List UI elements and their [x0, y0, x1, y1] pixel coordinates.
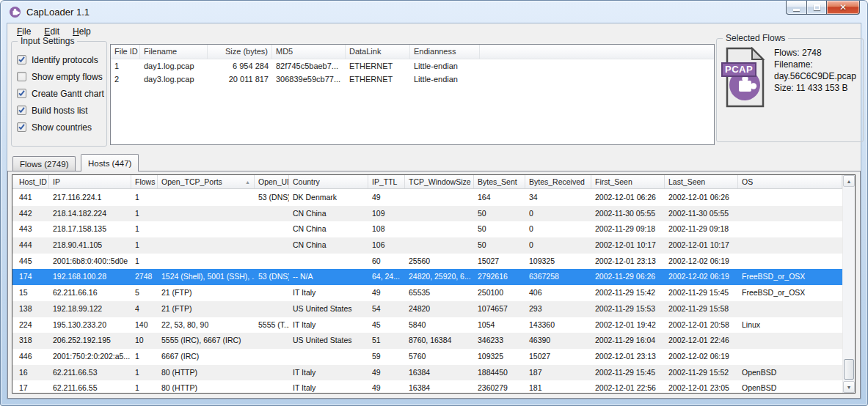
host-cell-os	[738, 221, 842, 237]
hosts-table: Host_IDIPFlowsOpen_TCP_Ports▲Open_UDCoun…	[12, 174, 856, 394]
window-titlebar[interactable]: CapLoader 1.1 ✕	[1, 1, 867, 23]
host-cell-open_tcp_ports: 6667 (IRC)	[158, 349, 255, 365]
host-row-16[interactable]: 1662.211.66.53180 (HTTP)IT Italy49163841…	[12, 365, 842, 381]
file-row[interactable]: 2day3.log.pcap20 011 817306839e59cb77...…	[111, 73, 714, 86]
hosts-column-host-id[interactable]: Host_ID	[12, 175, 49, 188]
host-cell-flows: 1	[131, 254, 158, 270]
hosts-table-header: Host_IDIPFlowsOpen_TCP_Ports▲Open_UDCoun…	[12, 175, 842, 189]
tab-flows[interactable]: Flows (2749)	[12, 156, 76, 171]
hosts-column-ip-ttl[interactable]: IP_TTL	[368, 175, 405, 188]
checkbox-show-countries[interactable]	[17, 122, 26, 132]
host-cell-host_id: 138	[12, 301, 49, 317]
vertical-scrollbar[interactable]: ▲ ▼	[842, 175, 855, 393]
host-row-17[interactable]: 1762.211.66.55180 (HTTP)IT Italy49163842…	[12, 380, 842, 393]
hosts-column-first-seen[interactable]: First_Seen	[591, 175, 665, 188]
host-cell-first_seen: 2002-12-01 22:56	[591, 380, 665, 393]
host-row-445[interactable]: 4452001:6b8:0:400::5d0e16025560150271093…	[12, 254, 842, 270]
checkbox-show-empty-flows[interactable]	[17, 72, 26, 81]
file-cell: Little-endian	[410, 59, 480, 73]
scrollbar-down-button[interactable]: ▼	[843, 381, 855, 393]
host-cell-country: IT Italy	[289, 365, 368, 381]
scrollbar-thumb[interactable]	[844, 359, 854, 380]
tab-hosts[interactable]: Hosts (447)	[81, 154, 139, 171]
host-cell-first_seen: 2002-12-01 19:42	[591, 317, 665, 333]
host-cell-bytes_received: 15027	[525, 349, 591, 365]
file-column-filename[interactable]: Filename	[140, 45, 208, 59]
column-label: OS	[742, 177, 753, 186]
hosts-column-last-seen[interactable]: Last_Seen	[665, 175, 738, 188]
host-row-174[interactable]: 174192.168.100.2827481524 (Shell), 5001 …	[12, 269, 842, 285]
host-cell-flows: 1	[131, 349, 158, 365]
hosts-column-ip[interactable]: IP	[49, 175, 131, 188]
file-row[interactable]: 1day1.log.pcap6 954 28482f745c5baeb7...E…	[111, 59, 714, 73]
host-row-224[interactable]: 224195.130.233.2014022, 53, 80, 905555 (…	[12, 317, 842, 333]
hosts-column-tcp-windowsize[interactable]: TCP_WindowSize	[405, 175, 474, 188]
host-cell-tcp_windowsize	[405, 190, 474, 206]
file-column-datalink[interactable]: DataLink	[346, 45, 410, 59]
host-row-443[interactable]: 443218.17.158.1351CN China1085002002-11-…	[12, 221, 842, 237]
file-column-md5[interactable]: MD5	[272, 45, 346, 59]
host-cell-open_tcp_ports	[158, 237, 255, 254]
host-cell-bytes_received: 0	[525, 221, 591, 237]
host-cell-country: IT Italy	[289, 285, 368, 301]
host-cell-tcp_windowsize: 25560	[405, 254, 474, 270]
host-row-15[interactable]: 1562.211.66.16521 (FTP)IT Italy496553525…	[12, 285, 842, 301]
host-cell-open_udp_ports	[255, 254, 289, 270]
hosts-column-bytes-sent[interactable]: Bytes_Sent	[474, 175, 525, 188]
host-row-442[interactable]: 442218.14.182.2241CN China1095002002-11-…	[12, 206, 842, 222]
file-cell: 2	[111, 73, 140, 86]
host-cell-os	[738, 190, 842, 206]
file-list-header: File IDFilenameSize (bytes)MD5DataLinkEn…	[111, 45, 714, 59]
host-cell-open_udp_ports	[255, 333, 289, 349]
option-build-hosts-list[interactable]: Build hosts list	[17, 102, 106, 119]
maximize-icon	[814, 4, 820, 10]
minimize-button[interactable]	[786, 1, 807, 15]
host-cell-ip_ttl: 49	[368, 380, 405, 393]
host-cell-open_tcp_ports	[158, 190, 255, 206]
checkbox-build-hosts-list[interactable]	[17, 106, 26, 115]
option-show-countries[interactable]: Show countries	[17, 119, 106, 136]
minimize-icon	[793, 9, 800, 11]
host-cell-bytes_sent: 2360279	[474, 380, 525, 393]
option-create-gantt-chart[interactable]: Create Gantt chart	[17, 85, 106, 102]
scrollbar-up-button[interactable]: ▲	[843, 175, 855, 187]
host-row-318[interactable]: 318206.252.192.195105555 (IRC), 6667 (IR…	[12, 333, 842, 349]
hosts-column-open-tcp-ports[interactable]: Open_TCP_Ports▲	[158, 175, 255, 188]
maximize-button[interactable]	[807, 1, 827, 15]
host-cell-open_tcp_ports: 21 (FTP)	[158, 285, 255, 301]
host-cell-bytes_received: 34	[525, 190, 591, 206]
column-label: Country	[293, 177, 320, 186]
hosts-column-os[interactable]: OS	[738, 175, 842, 188]
host-row-446[interactable]: 4462001:750:2:0:202:a5...16667 (IRC)5957…	[12, 349, 842, 365]
host-cell-flows: 1	[131, 365, 158, 381]
option-identify-protocols[interactable]: Identify protocols	[17, 51, 106, 68]
file-list-panel: File IDFilenameSize (bytes)MD5DataLinkEn…	[110, 44, 715, 145]
host-cell-ip_ttl: 60	[368, 254, 405, 270]
host-row-441[interactable]: 441217.116.224.1153 (DNS)DK Denmark49164…	[12, 190, 842, 206]
host-cell-open_udp_ports	[255, 221, 289, 237]
hosts-column-open-ud[interactable]: Open_UD	[255, 175, 289, 188]
column-label: TCP_WindowSize	[409, 177, 471, 186]
host-cell-last_seen: 2002-12-01 22:46	[665, 333, 738, 349]
close-button[interactable]: ✕	[827, 1, 860, 15]
host-row-138[interactable]: 138192.18.99.122421 (FTP)US United State…	[12, 301, 842, 317]
checkbox-identify-protocols[interactable]	[17, 55, 26, 64]
checkbox-create-gantt-chart[interactable]	[17, 89, 26, 98]
client-area: FileEditHelp Input Settings Identify pro…	[7, 23, 861, 399]
file-cell: 82f745c5baeb7...	[272, 59, 346, 73]
host-row-444[interactable]: 444218.90.41.1051CN China1065002002-12-0…	[12, 237, 842, 254]
host-cell-ip: 218.90.41.105	[49, 237, 131, 254]
file-column-size-bytes[interactable]: Size (bytes)	[208, 45, 272, 59]
host-cell-host_id: 442	[12, 206, 49, 222]
host-cell-first_seen: 2002-12-01 10:17	[591, 237, 665, 254]
hosts-column-bytes-received[interactable]: Bytes_Received	[525, 175, 591, 188]
file-column-file-id[interactable]: File ID	[111, 45, 140, 59]
option-show-empty-flows[interactable]: Show empty flows	[17, 68, 106, 85]
host-cell-bytes_sent: 1054	[474, 317, 525, 333]
hosts-column-flows[interactable]: Flows	[131, 175, 158, 188]
host-cell-host_id: 174	[12, 269, 49, 285]
host-cell-ip: 62.211.66.16	[49, 285, 131, 301]
hosts-column-country[interactable]: Country	[289, 175, 368, 188]
file-column-endianness[interactable]: Endianness	[410, 45, 480, 59]
hosts-table-body: 441217.116.224.1153 (DNS)DK Denmark49164…	[12, 190, 842, 393]
